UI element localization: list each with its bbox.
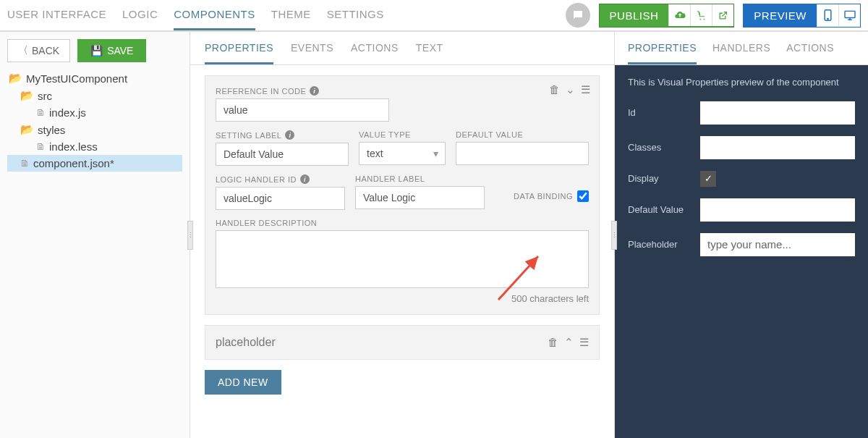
tree-file-indexjs[interactable]: 🗎index.js [7, 104, 182, 121]
right-tab-actions[interactable]: ACTIONS [786, 42, 834, 64]
folder-open-icon: 📂 [9, 72, 22, 85]
handler-label-input[interactable] [355, 186, 485, 209]
chevron-up-icon[interactable]: ⌃ [564, 336, 574, 349]
prop-default-label: Default Value [628, 204, 693, 215]
handler-label-label: HANDLER LABEL [355, 174, 485, 183]
splitter-right[interactable]: ⋮ [611, 221, 617, 250]
prop-display-label: Display [628, 173, 693, 184]
chevron-down-icon[interactable]: ⌄ [566, 83, 575, 96]
cart-icon[interactable] [690, 4, 712, 26]
prop-id-label: Id [628, 107, 693, 118]
cloud-upload-icon[interactable] [668, 4, 690, 26]
value-type-select[interactable]: text [359, 142, 446, 165]
reference-label: REFERENCE IN CODEi [216, 86, 389, 96]
desktop-icon[interactable] [838, 4, 860, 26]
folder-open-icon: 📂 [20, 89, 34, 102]
topnav-tab-logic[interactable]: LOGIC [122, 0, 158, 30]
mobile-icon[interactable] [817, 4, 838, 26]
setting-label-label: SETTING LABELi [216, 130, 349, 140]
prop-id-input[interactable] [700, 101, 855, 125]
prop-classes-input[interactable] [700, 136, 855, 159]
splitter-left[interactable]: ⋮ [187, 221, 193, 250]
tree-file-indexless[interactable]: 🗎index.less [7, 138, 182, 155]
mid-tab-properties[interactable]: PROPERTIES [205, 42, 273, 64]
prop-placeholder-input[interactable] [700, 233, 855, 256]
topnav-tab-ui[interactable]: USER INTERFACE [7, 0, 106, 30]
prop-classes-label: Classes [628, 142, 693, 153]
default-value-input[interactable] [456, 142, 589, 165]
preview-button[interactable]: PREVIEW [744, 4, 817, 27]
chevron-left-icon: 〈 [18, 44, 28, 57]
prop-default-input[interactable] [700, 198, 855, 222]
property-card-value: 🗑 ⌄ ☰ REFERENCE IN CODEi SETTING LABELi [205, 75, 600, 315]
trash-icon[interactable]: 🗑 [549, 83, 560, 96]
mid-tab-text[interactable]: TEXT [416, 42, 443, 64]
info-icon[interactable]: i [310, 86, 319, 96]
publish-button[interactable]: PUBLISH [600, 4, 669, 27]
logic-handler-id-label: LOGIC HANDLER IDi [216, 174, 345, 184]
right-desc: This is Visual Properties preview of the… [628, 75, 855, 90]
default-value-label: DEFAULT VALUE [456, 130, 589, 139]
info-icon[interactable]: i [300, 174, 310, 184]
mid-tab-actions[interactable]: ACTIONS [351, 42, 399, 64]
right-tab-handlers[interactable]: HANDLERS [712, 42, 770, 64]
prop-placeholder-label: Placeholder [628, 239, 693, 250]
preview-button-group: PREVIEW [743, 4, 861, 28]
property-card-placeholder[interactable]: placeholder 🗑 ⌃ ☰ [205, 325, 600, 360]
topnav-tab-theme[interactable]: THEME [271, 0, 311, 30]
menu-icon[interactable]: ☰ [581, 83, 590, 96]
data-binding-checkbox[interactable] [577, 190, 589, 202]
char-hint: 500 characters left [216, 293, 589, 304]
save-button[interactable]: 💾SAVE [77, 39, 146, 62]
topnav-tab-settings[interactable]: SETTINGS [327, 0, 384, 30]
folder-open-icon: 📂 [20, 123, 34, 136]
prop-display-checkbox[interactable]: ✓ [700, 171, 716, 187]
reference-input[interactable] [216, 98, 389, 122]
add-new-button[interactable]: ADD NEW [205, 370, 281, 395]
value-type-label: VALUE TYPE [359, 130, 446, 139]
tree-folder-root[interactable]: 📂MyTestUIComponent [7, 70, 182, 87]
save-icon: 💾 [90, 45, 103, 56]
handler-desc-label: HANDLER DESCRIPTION [216, 219, 589, 227]
data-binding-label: DATA BINDING [514, 192, 573, 201]
menu-icon[interactable]: ☰ [579, 336, 589, 349]
tree-folder-styles[interactable]: 📂styles [7, 121, 182, 138]
tree-file-componentjson[interactable]: 🗎component.json* [7, 155, 182, 172]
publish-button-group: PUBLISH [599, 4, 735, 28]
logic-handler-id-input[interactable] [216, 187, 345, 210]
chat-icon[interactable] [566, 3, 590, 28]
setting-label-input[interactable] [216, 143, 349, 166]
file-icon: 🗎 [20, 158, 30, 169]
file-icon: 🗎 [36, 107, 46, 118]
topnav-tab-components[interactable]: COMPONENTS [174, 0, 255, 30]
svg-rect-2 [845, 11, 855, 17]
handler-desc-textarea[interactable] [216, 230, 589, 288]
right-tab-properties[interactable]: PROPERTIES [628, 42, 697, 64]
trash-icon[interactable]: 🗑 [548, 336, 558, 349]
tree-folder-src[interactable]: 📂src [7, 87, 182, 104]
info-icon[interactable]: i [285, 130, 294, 140]
mid-tab-events[interactable]: EVENTS [291, 42, 333, 64]
back-button[interactable]: 〈BACK [7, 39, 70, 62]
external-link-icon[interactable] [712, 4, 733, 26]
svg-point-1 [827, 18, 828, 19]
file-icon: 🗎 [36, 141, 46, 152]
